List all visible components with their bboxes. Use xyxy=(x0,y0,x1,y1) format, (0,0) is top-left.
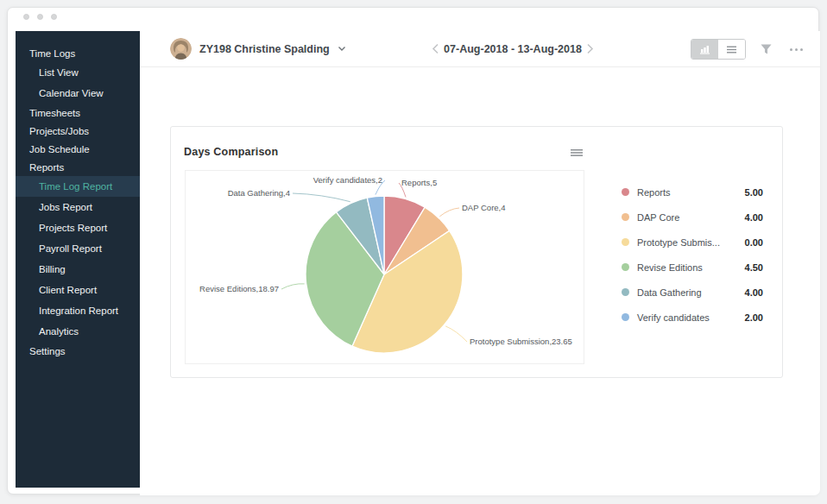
legend-item-reports[interactable]: Reports5.00 xyxy=(622,180,763,205)
legend-value: 2.00 xyxy=(745,312,763,323)
main-area: ZY198 Christine Spalding 07-Aug-2018 - 1… xyxy=(140,31,820,495)
main-header: ZY198 Christine Spalding 07-Aug-2018 - 1… xyxy=(140,31,820,67)
pie-label-reports: Reports,5 xyxy=(401,178,437,187)
legend-item-prototype-submission[interactable]: Prototype Submis...0.00 xyxy=(622,230,763,255)
pie-chart: Reports,5DAP Core,4Prototype Submission,… xyxy=(185,170,584,364)
pie-label-dap-core: DAP Core,4 xyxy=(462,203,506,212)
employee-name: ZY198 Christine Spalding xyxy=(199,43,330,55)
legend-value: 0.00 xyxy=(745,237,763,248)
legend-dot-icon xyxy=(622,238,629,246)
sidebar-item-billing[interactable]: Billing xyxy=(16,259,140,280)
chart-view-button[interactable] xyxy=(691,40,718,59)
legend-value: 4.00 xyxy=(745,212,763,223)
bar-chart-icon xyxy=(699,44,710,54)
sidebar-item-list-view[interactable]: List View xyxy=(16,62,140,83)
sidebar-item-time-logs[interactable]: Time Logs xyxy=(16,44,140,62)
sidebar-item-settings[interactable]: Settings xyxy=(16,342,140,360)
pie-label-revise-editions: Revise Editions,18.97 xyxy=(199,284,279,293)
sidebar-nav-list: Time LogsList ViewCalendar ViewTimesheet… xyxy=(16,31,140,360)
view-toggle xyxy=(691,39,746,60)
next-week-button[interactable] xyxy=(584,41,596,56)
legend-label: Reports xyxy=(637,187,745,198)
sidebar-item-timesheets[interactable]: Timesheets xyxy=(16,104,140,122)
legend-label: Verify candidates xyxy=(637,312,745,323)
list-view-icon xyxy=(726,45,737,54)
window-controls xyxy=(23,14,57,20)
date-range-label: 07-Aug-2018 - 13-Aug-2018 xyxy=(444,43,582,55)
sidebar-item-projects-jobs[interactable]: Projects/Jobs xyxy=(16,122,140,140)
list-view-button[interactable] xyxy=(718,40,745,59)
legend-label: Prototype Submis... xyxy=(637,237,745,248)
sidebar-item-analytics[interactable]: Analytics xyxy=(16,321,140,342)
chevron-right-icon xyxy=(586,43,594,54)
sidebar-item-client-report[interactable]: Client Report xyxy=(16,280,140,300)
filter-button[interactable] xyxy=(758,41,774,57)
sidebar-item-reports[interactable]: Reports xyxy=(16,158,140,176)
date-navigator: 07-Aug-2018 - 13-Aug-2018 xyxy=(430,38,596,60)
legend-item-revise-editions[interactable]: Revise Editions4.50 xyxy=(622,255,763,280)
ellipsis-icon xyxy=(788,47,805,53)
pie-label-line xyxy=(439,208,459,217)
more-options-button[interactable] xyxy=(786,45,806,54)
sidebar-item-projects-report[interactable]: Projects Report xyxy=(16,217,140,238)
pie-label-line xyxy=(445,326,467,342)
avatar xyxy=(170,38,192,60)
hamburger-icon xyxy=(571,148,583,157)
legend-item-data-gathering[interactable]: Data Gathering4.00 xyxy=(622,280,763,305)
funnel-icon xyxy=(760,43,773,55)
sidebar-item-integration-report[interactable]: Integration Report xyxy=(16,300,140,321)
prev-week-button[interactable] xyxy=(430,41,441,56)
legend-value: 4.50 xyxy=(745,262,763,273)
legend-value: 5.00 xyxy=(745,187,763,198)
pie-label-verify-candidates: Verify candidates,2 xyxy=(313,175,382,185)
header-toolbar xyxy=(691,39,806,60)
sidebar-item-calendar-view[interactable]: Calendar View xyxy=(16,83,140,104)
legend-label: Revise Editions xyxy=(637,262,745,273)
chart-legend: Reports5.00DAP Core4.00Prototype Submis.… xyxy=(622,180,763,330)
app-window: Time LogsList ViewCalendar ViewTimesheet… xyxy=(7,7,819,495)
sidebar-item-payroll-report[interactable]: Payroll Report xyxy=(16,238,140,259)
legend-value: 4.00 xyxy=(745,287,763,298)
pie-label-line xyxy=(281,284,305,289)
employee-selector[interactable]: ZY198 Christine Spalding xyxy=(170,38,346,60)
legend-dot-icon xyxy=(622,263,629,271)
legend-dot-icon xyxy=(622,188,629,196)
chart-menu-button[interactable] xyxy=(570,148,584,158)
chevron-down-icon xyxy=(338,46,346,52)
window-close-icon[interactable] xyxy=(23,14,29,20)
legend-label: Data Gathering xyxy=(637,287,745,298)
legend-item-dap-core[interactable]: DAP Core4.00 xyxy=(622,205,763,230)
window-titlebar xyxy=(8,8,818,31)
window-zoom-icon[interactable] xyxy=(51,14,57,20)
legend-dot-icon xyxy=(622,313,629,321)
legend-item-verify-candidates[interactable]: Verify candidates2.00 xyxy=(622,305,763,330)
window-minimize-icon[interactable] xyxy=(37,14,43,20)
pie-label-data-gathering: Data Gathering,4 xyxy=(228,188,290,198)
pie-label-prototype-submission: Prototype Submission,23.65 xyxy=(470,337,572,346)
legend-dot-icon xyxy=(622,288,629,296)
pie-label-line xyxy=(293,193,350,202)
legend-label: DAP Core xyxy=(637,212,745,223)
sidebar-item-job-schedule[interactable]: Job Schedule xyxy=(16,140,140,158)
sidebar-item-time-log-report[interactable]: Time Log Report xyxy=(16,176,140,197)
chevron-left-icon xyxy=(432,43,439,54)
sidebar-item-jobs-report[interactable]: Jobs Report xyxy=(16,197,140,217)
report-card: Days Comparison Reports,5DAP Core,4Proto… xyxy=(170,126,783,378)
sidebar: Time LogsList ViewCalendar ViewTimesheet… xyxy=(16,31,140,488)
legend-dot-icon xyxy=(622,213,629,221)
chart-title: Days Comparison xyxy=(184,146,278,158)
